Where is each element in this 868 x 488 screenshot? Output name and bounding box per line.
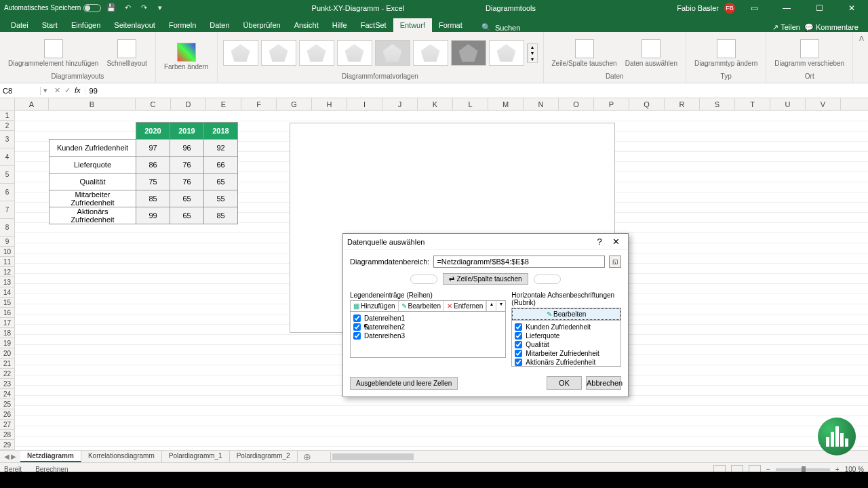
move-down-icon[interactable]: ▾ <box>496 301 505 311</box>
sheet-tab[interactable]: Polardiagramm_1 <box>162 451 230 462</box>
select-data-button[interactable]: Daten auswählen <box>623 38 680 68</box>
close-icon[interactable]: ✕ <box>838 0 865 16</box>
row-header[interactable]: 22 <box>0 369 15 379</box>
worksheet-grid[interactable]: ABCDEFGHIJKLMNOPQRSTUV 12345678910111213… <box>0 98 868 450</box>
category-checkbox[interactable] <box>515 341 522 348</box>
row-header[interactable]: 11 <box>0 257 15 267</box>
column-header[interactable]: E <box>206 98 241 110</box>
column-header[interactable]: B <box>49 98 136 110</box>
sheet-nav-next-icon[interactable]: ▶ <box>11 453 16 460</box>
ribbon-tab-formeln[interactable]: Formeln <box>162 18 203 32</box>
row-header[interactable]: 10 <box>0 247 15 257</box>
formula-input[interactable]: 99 <box>85 87 868 95</box>
column-header[interactable]: H <box>312 98 347 110</box>
qat-customize-icon[interactable]: ▾ <box>154 2 166 14</box>
autosave[interactable]: Automatisches Speichern <box>4 4 101 12</box>
list-item[interactable]: Datenreihen2 <box>353 323 502 331</box>
edit-axis-labels-button[interactable]: ✎Bearbeiten <box>512 308 620 320</box>
hidden-empty-cells-button[interactable]: Ausgeblendete und leere Zellen <box>350 377 458 390</box>
dialog-close-icon[interactable]: ✕ <box>608 237 624 247</box>
column-header[interactable]: A <box>15 98 49 110</box>
comments-button[interactable]: 💬 Kommentare <box>804 23 859 32</box>
data-cell[interactable]: 55 <box>204 190 238 207</box>
column-header[interactable]: Q <box>629 98 665 110</box>
ribbon-tab-ansicht[interactable]: Ansicht <box>288 18 326 32</box>
ribbon-options-icon[interactable]: ▭ <box>741 0 768 16</box>
row-header[interactable]: 7 <box>0 201 15 219</box>
data-cell[interactable]: 65 <box>204 174 238 190</box>
column-header[interactable]: U <box>770 98 806 110</box>
year-header[interactable]: 2020 <box>136 123 170 140</box>
dialog-help-icon[interactable]: ? <box>591 237 608 247</box>
column-header[interactable]: S <box>700 98 735 110</box>
row-header[interactable]: 28 <box>0 430 15 440</box>
ribbon-tab-factset[interactable]: FactSet <box>354 18 393 32</box>
search-label[interactable]: Suchen <box>495 24 520 32</box>
ribbon-tab-überprüfen[interactable]: Überprüfen <box>237 18 288 32</box>
row-header[interactable]: 25 <box>0 399 15 409</box>
column-header[interactable]: V <box>806 98 841 110</box>
row-header[interactable]: 29 <box>0 440 15 450</box>
category-checkbox[interactable] <box>515 323 522 331</box>
column-header[interactable]: T <box>735 98 770 110</box>
column-header[interactable]: C <box>136 98 171 110</box>
data-cell[interactable]: 86 <box>136 157 170 174</box>
row-header[interactable]: 1 <box>0 110 15 121</box>
year-header[interactable]: 2019 <box>170 123 204 140</box>
redo-icon[interactable]: ↷ <box>138 2 150 14</box>
row-header[interactable]: 4 <box>0 148 15 166</box>
data-cell[interactable]: 96 <box>170 140 204 157</box>
sheet-tab[interactable]: Netzdiagramm <box>20 451 81 462</box>
row-header[interactable]: 18 <box>0 328 15 338</box>
list-item[interactable]: Qualität <box>515 340 618 349</box>
data-cell[interactable]: 75 <box>136 174 170 190</box>
category-checkbox[interactable] <box>515 359 522 366</box>
move-chart-button[interactable]: Diagramm verschieben <box>772 38 847 68</box>
range-selector-icon[interactable]: ◱ <box>609 256 621 268</box>
row-header[interactable]: 2 <box>0 121 15 131</box>
cancel-button[interactable]: Abbrechen <box>586 376 621 390</box>
undo-icon[interactable]: ↶ <box>121 2 134 14</box>
year-header[interactable]: 2018 <box>204 123 238 140</box>
horizontal-scrollbar[interactable] <box>330 452 868 462</box>
minimize-icon[interactable]: — <box>773 0 800 16</box>
category-checkbox[interactable] <box>515 332 522 340</box>
row-label[interactable]: Aktionärs Zufriedenheit <box>50 207 136 224</box>
row-header[interactable]: 3 <box>0 131 15 148</box>
data-cell[interactable]: 92 <box>204 140 238 157</box>
enter-formula-icon[interactable]: ✓ <box>64 86 71 95</box>
column-header[interactable]: J <box>382 98 418 110</box>
row-label[interactable]: Mitarbeiter Zufriedenheit <box>50 190 136 207</box>
data-cell[interactable]: 65 <box>170 207 204 224</box>
column-header[interactable]: O <box>559 98 594 110</box>
row-header[interactable]: 9 <box>0 237 15 247</box>
series-checkbox[interactable] <box>353 332 361 340</box>
category-listbox[interactable]: Kunden ZufriedenheitLieferquoteQualitätM… <box>511 321 621 367</box>
data-cell[interactable]: 85 <box>136 190 170 207</box>
zoom-slider[interactable] <box>776 468 830 471</box>
row-header[interactable]: 17 <box>0 318 15 328</box>
data-cell[interactable]: 65 <box>170 190 204 207</box>
cancel-formula-icon[interactable]: ✕ <box>54 86 60 95</box>
ribbon-tab-einfügen[interactable]: Einfügen <box>64 18 107 32</box>
ribbon-tab-seitenlayout[interactable]: Seitenlayout <box>107 18 162 32</box>
add-sheet-icon[interactable]: ⊕ <box>298 451 317 462</box>
row-header[interactable]: 19 <box>0 338 15 348</box>
series-listbox[interactable]: Datenreihen1Datenreihen2Datenreihen3 <box>350 312 506 358</box>
chart-style-2[interactable] <box>261 40 296 66</box>
row-header[interactable]: 27 <box>0 420 15 430</box>
chart-style-7[interactable] <box>451 40 486 66</box>
autosave-toggle-icon[interactable] <box>83 4 101 12</box>
row-header[interactable]: 14 <box>0 287 15 298</box>
column-header[interactable]: F <box>241 98 277 110</box>
column-header[interactable]: N <box>524 98 559 110</box>
column-header[interactable]: G <box>277 98 312 110</box>
change-colors-button[interactable]: Farben ändern <box>161 41 212 72</box>
ribbon-tab-hilfe[interactable]: Hilfe <box>326 18 354 32</box>
row-label[interactable]: Kunden Zufriedenheit <box>50 140 136 157</box>
change-chart-type-button[interactable]: Diagrammtyp ändern <box>692 38 760 68</box>
sheet-nav-prev-icon[interactable]: ◀ <box>4 453 9 460</box>
data-cell[interactable]: 76 <box>170 174 204 190</box>
data-cell[interactable]: 66 <box>204 157 238 174</box>
row-label[interactable]: Lieferquote <box>50 157 136 174</box>
